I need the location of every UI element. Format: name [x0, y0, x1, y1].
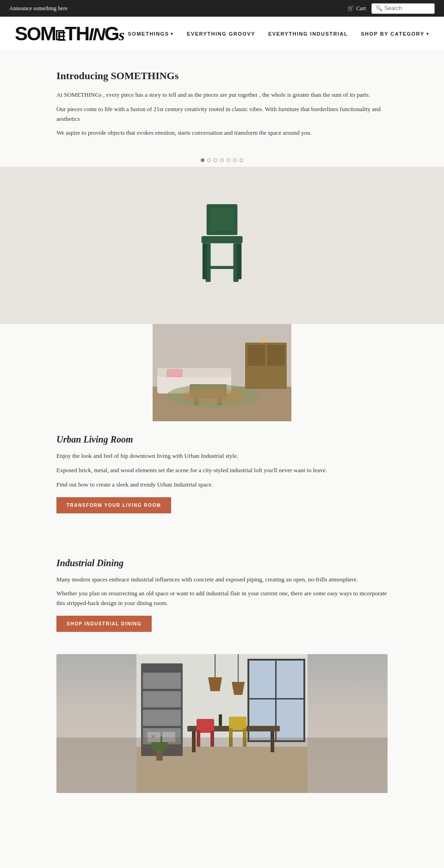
svg-rect-2 — [202, 236, 243, 244]
living-room-heading: Urban Living Room — [56, 434, 388, 445]
industrial-image-wrapper: ✕ — [42, 654, 402, 793]
living-room-para-3: Find out how to create a sleek and trend… — [56, 480, 388, 490]
svg-point-50 — [151, 736, 168, 753]
industrial-dining-section: Industrial Dining Many modern spaces emb… — [42, 545, 402, 645]
svg-rect-33 — [247, 740, 305, 742]
nav-label-category: SHOP BY CATEGORY — [361, 31, 424, 37]
svg-rect-41 — [192, 731, 196, 752]
svg-text:✕: ✕ — [150, 733, 156, 740]
svg-rect-6 — [237, 244, 241, 280]
nav-label-groovy: EVERYTHING GROOVY — [187, 31, 255, 37]
svg-rect-12 — [166, 369, 183, 377]
transform-living-room-button[interactable]: TRANSFORM YOUR LIVING ROOM — [56, 497, 171, 513]
svg-rect-53 — [162, 732, 175, 742]
living-room-image — [153, 324, 291, 421]
svg-rect-5 — [203, 244, 207, 280]
chevron-down-icon: ▾ — [171, 31, 174, 36]
shop-industrial-dining-button[interactable]: SHOP INDUSTRIAL DINING — [56, 616, 152, 632]
living-room-image-wrapper — [42, 324, 402, 421]
chevron-down-icon-2: ▾ — [426, 31, 430, 36]
svg-point-17 — [180, 388, 245, 403]
industrial-dining-para-1: Many modern spaces embrace industrial in… — [56, 575, 388, 585]
industrial-dining-image: ✕ — [56, 654, 388, 793]
chair-illustration — [190, 199, 254, 292]
nav-item-groovy[interactable]: EVERYTHING GROOVY — [187, 31, 255, 37]
search-input[interactable] — [384, 5, 431, 12]
intro-section: Introducing SOMETHINGs At SOMETHINGs , e… — [42, 51, 402, 152]
svg-rect-1 — [211, 208, 234, 231]
svg-marker-37 — [208, 677, 222, 691]
search-form[interactable]: 🔍 — [371, 3, 435, 14]
search-icon: 🔍 — [376, 5, 382, 12]
svg-rect-45 — [210, 731, 214, 747]
living-room-para-2: Exposed brick, metal, and wood elements … — [56, 466, 388, 475]
main-nav: SOMETHINGS ▾ EVERYTHING GROOVY EVERYTHIN… — [128, 31, 429, 37]
cart-label: Cart — [356, 5, 366, 12]
page-wrapper-2: Urban Living Room Enjoy the look and fee… — [42, 324, 402, 793]
svg-rect-44 — [197, 731, 200, 747]
page-wrapper: Introducing SOMETHINGs At SOMETHINGs , e… — [42, 51, 402, 167]
svg-rect-25 — [143, 673, 181, 689]
industrial-dining-heading: Industrial Dining — [56, 558, 388, 568]
hero-image-container — [0, 167, 444, 324]
intro-paragraph-2: Our pieces come to life with a fusion of… — [56, 105, 388, 124]
svg-rect-7 — [207, 266, 238, 269]
intro-paragraph-1: At SOMETHINGs , every piece has a story … — [56, 90, 388, 100]
svg-rect-48 — [243, 728, 247, 747]
svg-rect-31 — [303, 659, 305, 742]
section-divider-1 — [42, 526, 402, 545]
carousel-dot-5[interactable] — [227, 158, 230, 162]
nav-item-industrial[interactable]: EVERYTHING INDUSTRIAL — [268, 31, 348, 37]
carousel-dot-2[interactable] — [207, 158, 211, 162]
nav-label-somethings: SOMETHINGS — [128, 31, 169, 37]
nav-label-industrial: EVERYTHING INDUSTRIAL — [268, 31, 348, 37]
svg-rect-47 — [229, 728, 233, 747]
svg-rect-23 — [136, 747, 308, 793]
carousel-dot-3[interactable] — [214, 158, 217, 162]
industrial-dining-para-2: Whether you plan on resurrecting an old … — [56, 589, 388, 608]
svg-point-21 — [261, 337, 266, 343]
svg-rect-42 — [271, 731, 274, 752]
svg-rect-27 — [143, 710, 181, 726]
svg-rect-35 — [247, 698, 305, 699]
announcement-text: Announce something here — [9, 5, 68, 12]
cart-button[interactable]: 🛒 Cart — [347, 5, 366, 12]
announcement-bar: Announce something here 🛒 Cart 🔍 — [0, 0, 444, 17]
svg-rect-51 — [156, 751, 163, 761]
header-tools: 🛒 Cart 🔍 — [347, 3, 435, 14]
living-room-para-1: Enjoy the look and feel of hip downtown … — [56, 451, 388, 461]
carousel-dot-6[interactable] — [233, 158, 237, 162]
cart-icon: 🛒 — [347, 5, 354, 12]
svg-rect-20 — [267, 345, 285, 366]
industrial-dining-svg: ✕ — [56, 654, 388, 793]
logo-text: SOMETHINGs — [15, 23, 124, 44]
carousel-dot-7[interactable] — [240, 158, 243, 162]
svg-rect-26 — [143, 691, 181, 707]
living-room-section: Urban Living Room Enjoy the look and fee… — [42, 421, 402, 526]
intro-heading: Introducing SOMETHINGs — [56, 70, 388, 82]
intro-paragraph-3: We aspire to provide objects that evokes… — [56, 128, 388, 138]
nav-item-somethings[interactable]: SOMETHINGS ▾ — [128, 31, 174, 37]
carousel-dot-4[interactable] — [220, 158, 224, 162]
svg-rect-19 — [247, 345, 265, 366]
nav-item-category[interactable]: SHOP BY CATEGORY ▾ — [361, 31, 429, 37]
svg-rect-49 — [219, 714, 222, 726]
living-room-svg — [153, 324, 291, 421]
site-logo[interactable]: SOMETHINGs — [15, 24, 124, 44]
carousel-dots — [42, 152, 402, 167]
carousel-dot-1[interactable] — [201, 158, 204, 162]
site-header: SOMETHINGs SOMETHINGS ▾ EVERYTHING GROOV… — [0, 17, 444, 51]
